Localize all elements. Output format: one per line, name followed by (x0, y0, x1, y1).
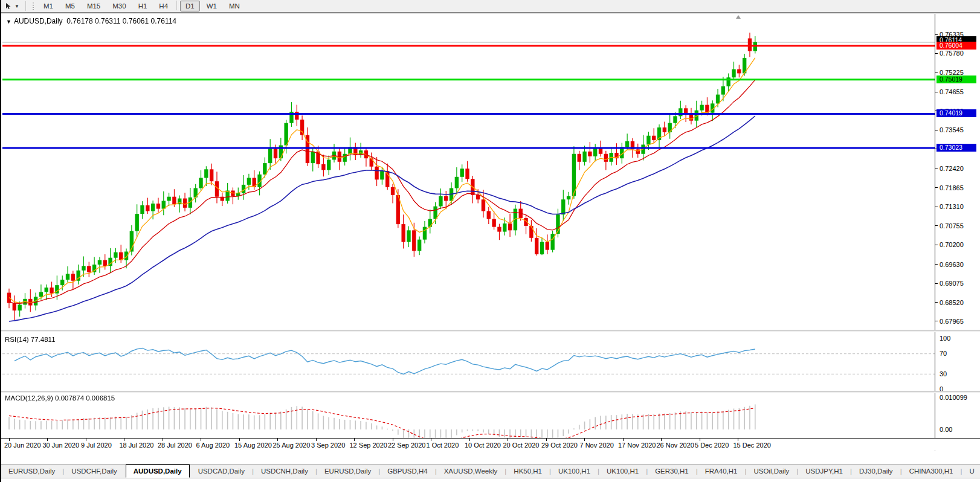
price-tick-dash (935, 169, 938, 169)
timeframe-button-mn[interactable]: MN (224, 1, 245, 11)
chart-tab-audusd-daily[interactable]: AUDUSD,Daily (126, 464, 190, 478)
date-label: 30 Jun 2020 (43, 442, 80, 449)
macd-label: MACD(12,26,9) 0.007874 0.006815 (5, 394, 115, 402)
date-label: 26 Nov 2020 (657, 442, 694, 449)
rsi-label: RSI(14) 77.4811 (5, 336, 56, 343)
date-tick (738, 439, 738, 441)
chart-tab-uk100-h1[interactable]: UK100,H1 (551, 465, 598, 477)
chart-tab-bar: EURUSD,Daily|USDCHF,DailyAUDUSD,DailyUSD… (1, 464, 980, 478)
price-tick-dash (935, 34, 938, 35)
price-tick-dash (935, 283, 938, 284)
price-tick-dash (935, 207, 938, 207)
price-tick-dash (935, 53, 938, 54)
date-label: 7 Nov 2020 (580, 442, 614, 449)
chart-tab-ger30-h1[interactable]: GER30,H1 (648, 465, 696, 477)
timeframe-button-h4[interactable]: H4 (153, 1, 173, 11)
date-label: 1 Oct 2020 (427, 442, 459, 449)
chart-canvas[interactable] (2, 14, 935, 451)
chart-tab-usdchf-daily[interactable]: USDCHF,Daily (64, 465, 124, 477)
chart-tab-usoil-daily[interactable]: USOil,Daily (746, 465, 796, 477)
macd-axis-label: 0.00 (940, 426, 952, 433)
date-label: 5 Dec 2020 (695, 442, 729, 449)
chart-shift-marker[interactable] (736, 15, 741, 19)
toolbar-grip[interactable] (32, 2, 35, 11)
price-tick-dash (935, 321, 938, 321)
chart-tab-xauusd-weekly[interactable]: XAUUSD,Weekly (437, 465, 505, 477)
timeframe-button-m30[interactable]: M30 (107, 1, 131, 11)
timeframe-button-m15[interactable]: M15 (82, 1, 106, 11)
price-tick-label: 0.69630 (940, 261, 964, 268)
date-label: 15 Aug 2020 (234, 442, 272, 449)
date-label: 6 Aug 2020 (196, 442, 230, 449)
price-tick-dash (935, 264, 938, 265)
chart-tab-gbpusd-h4[interactable]: GBPUSD,H4 (380, 465, 434, 477)
date-tick (469, 439, 470, 441)
chart-tab-usdcad-daily[interactable]: USDCAD,Daily (191, 465, 252, 477)
chart-tab-uk100-h1[interactable]: UK100,H1 (599, 465, 646, 477)
date-tick (86, 439, 86, 441)
price-tick-dash (935, 302, 938, 303)
timeframe-button-h1[interactable]: H1 (133, 1, 153, 11)
date-tick (393, 439, 393, 441)
price-tick-label: 0.70200 (940, 241, 964, 248)
date-label: 20 Oct 2020 (503, 442, 540, 449)
date-tick (201, 439, 201, 441)
price-tick-label: 0.75780 (940, 50, 964, 57)
date-label: 12 Sep 2020 (350, 442, 387, 449)
date-label: 20 Jun 2020 (4, 442, 41, 449)
price-tick-dash (935, 72, 938, 72)
rsi-axis-label: 70 (940, 350, 947, 357)
rsi-axis-label: 30 (940, 370, 947, 378)
chart-tab-eurusd-daily[interactable]: EURUSD,Daily (317, 465, 378, 477)
chart-tab-u[interactable]: U (962, 465, 980, 477)
chart-tab-usdcnh-daily[interactable]: USDCNH,Daily (254, 465, 315, 477)
chart-title: ▼AUDUSD,Daily 0.76178 0.76311 0.76061 0.… (6, 17, 176, 25)
price-tick-label: 0.71865 (940, 184, 964, 191)
chart-pointer-tool[interactable]: ▼ (1, 0, 23, 12)
chart-window: ▼AUDUSD,Daily 0.76178 0.76311 0.76061 0.… (1, 13, 980, 464)
panel-splitter[interactable] (1, 391, 980, 393)
date-tick (354, 439, 355, 441)
date-label: 28 Jul 2020 (158, 442, 192, 449)
date-label: 18 Jul 2020 (120, 442, 154, 449)
date-tick (661, 439, 662, 441)
chart-tab-dj30-daily[interactable]: DJ30,Daily (852, 465, 900, 477)
timeframe-button-m5[interactable]: M5 (60, 1, 80, 11)
panel-splitter[interactable] (1, 330, 980, 332)
date-label: 17 Nov 2020 (618, 442, 656, 449)
date-tick (277, 439, 278, 441)
date-tick (700, 439, 700, 441)
chevron-down-icon: ▼ (6, 19, 11, 25)
macd-axis-label: 0.010099 (940, 394, 967, 401)
mt4-window: ▼ M1M5M15M30H1H4D1W1MN ▼AUDUSD,Daily 0.7… (0, 0, 980, 482)
chart-tab-fra40-h1[interactable]: FRA40,H1 (698, 465, 745, 477)
date-tick (546, 439, 547, 441)
date-axis[interactable]: 20 Jun 202030 Jun 20209 Jul 202018 Jul 2… (1, 438, 980, 451)
symbol-timeframe: AUDUSD,Daily (14, 17, 63, 25)
price-tick-dash (935, 245, 938, 245)
timeframe-toolbar: ▼ M1M5M15M30H1H4D1W1MN (1, 0, 980, 13)
chart-tab-china300-h1[interactable]: CHINA300,H1 (902, 465, 961, 477)
rsi-axis-label: 100 (940, 335, 950, 342)
price-tag: 0.74019 (936, 109, 976, 117)
chart-tab-hk50-h1[interactable]: HK50,H1 (506, 465, 549, 477)
chart-tab-usdjpy-h1[interactable]: USDJPY,H1 (798, 465, 850, 477)
price-tick-label: 0.69075 (940, 280, 964, 287)
date-label: 29 Oct 2020 (541, 442, 578, 449)
date-tick (9, 439, 10, 441)
date-tick (623, 439, 624, 441)
date-tick (163, 439, 163, 441)
date-tick (508, 439, 508, 441)
timeframe-button-w1[interactable]: W1 (201, 1, 222, 11)
date-tick (124, 439, 124, 441)
chart-tab-eurusd-daily[interactable]: EURUSD,Daily (1, 465, 62, 477)
price-tick-label: 0.68520 (940, 299, 964, 306)
timeframe-button-m1[interactable]: M1 (38, 1, 59, 11)
date-label: 10 Oct 2020 (465, 442, 501, 449)
price-tag: 0.75019 (936, 76, 976, 83)
price-axis[interactable]: 0.763350.757800.752250.746550.741000.735… (935, 14, 980, 451)
ohlc-values: 0.76178 0.76311 0.76061 0.76114 (66, 17, 176, 25)
timeframe-button-d1[interactable]: D1 (180, 1, 200, 11)
price-tick-label: 0.73545 (940, 126, 964, 133)
price-tick-dash (935, 92, 938, 92)
